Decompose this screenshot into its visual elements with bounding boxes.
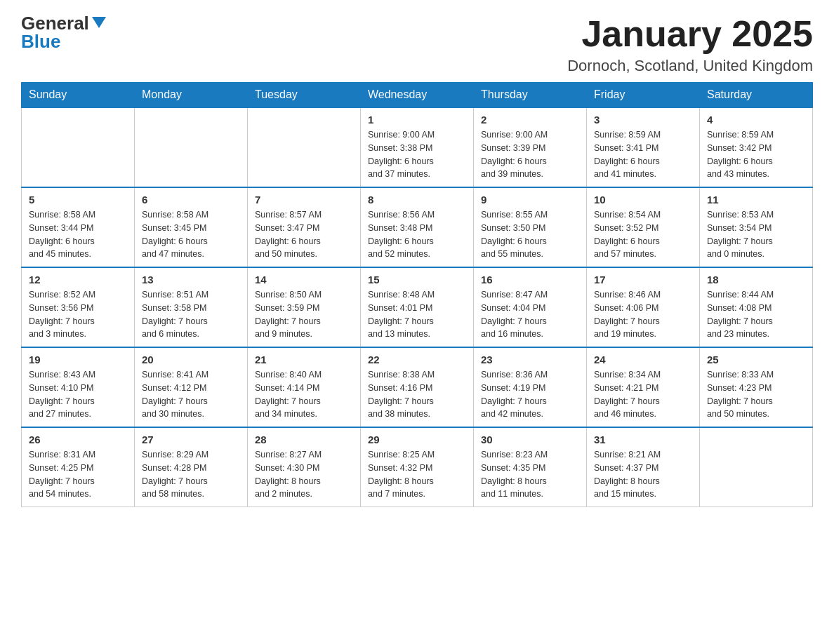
day-info: Sunrise: 8:33 AMSunset: 4:23 PMDaylight:… <box>707 368 805 421</box>
day-info: Sunrise: 8:38 AMSunset: 4:16 PMDaylight:… <box>368 368 466 421</box>
day-info: Sunrise: 9:00 AMSunset: 3:38 PMDaylight:… <box>368 128 466 181</box>
day-number: 22 <box>368 354 466 365</box>
day-info: Sunrise: 8:27 AMSunset: 4:30 PMDaylight:… <box>255 448 353 501</box>
logo-blue-text: Blue <box>21 32 60 51</box>
calendar-cell: 24Sunrise: 8:34 AMSunset: 4:21 PMDayligh… <box>587 347 700 427</box>
calendar-cell: 3Sunrise: 8:59 AMSunset: 3:41 PMDaylight… <box>587 107 700 187</box>
calendar-cell: 1Sunrise: 9:00 AMSunset: 3:38 PMDaylight… <box>361 107 474 187</box>
day-number: 28 <box>255 434 353 445</box>
calendar-cell: 4Sunrise: 8:59 AMSunset: 3:42 PMDaylight… <box>700 107 813 187</box>
day-number: 24 <box>594 354 692 365</box>
day-info: Sunrise: 8:57 AMSunset: 3:47 PMDaylight:… <box>255 208 353 261</box>
day-number: 26 <box>29 434 127 445</box>
day-info: Sunrise: 8:25 AMSunset: 4:32 PMDaylight:… <box>368 448 466 501</box>
day-info: Sunrise: 8:53 AMSunset: 3:54 PMDaylight:… <box>707 208 805 261</box>
calendar-cell: 20Sunrise: 8:41 AMSunset: 4:12 PMDayligh… <box>135 347 248 427</box>
logo: General Blue <box>21 14 106 51</box>
day-info: Sunrise: 8:56 AMSunset: 3:48 PMDaylight:… <box>368 208 466 261</box>
calendar-cell: 13Sunrise: 8:51 AMSunset: 3:58 PMDayligh… <box>135 267 248 347</box>
day-number: 31 <box>594 434 692 445</box>
day-number: 19 <box>29 354 127 365</box>
location-text: Dornoch, Scotland, United Kingdom <box>567 57 813 75</box>
week-row-5: 26Sunrise: 8:31 AMSunset: 4:25 PMDayligh… <box>22 427 813 507</box>
calendar-cell: 26Sunrise: 8:31 AMSunset: 4:25 PMDayligh… <box>22 427 135 507</box>
day-number: 21 <box>255 354 353 365</box>
day-info: Sunrise: 8:40 AMSunset: 4:14 PMDaylight:… <box>255 368 353 421</box>
calendar-cell: 7Sunrise: 8:57 AMSunset: 3:47 PMDaylight… <box>248 187 361 267</box>
day-info: Sunrise: 8:34 AMSunset: 4:21 PMDaylight:… <box>594 368 692 421</box>
day-info: Sunrise: 8:51 AMSunset: 3:58 PMDaylight:… <box>142 288 240 341</box>
title-section: January 2025 Dornoch, Scotland, United K… <box>567 14 813 75</box>
calendar-cell: 14Sunrise: 8:50 AMSunset: 3:59 PMDayligh… <box>248 267 361 347</box>
calendar-cell: 28Sunrise: 8:27 AMSunset: 4:30 PMDayligh… <box>248 427 361 507</box>
day-info: Sunrise: 8:48 AMSunset: 4:01 PMDaylight:… <box>368 288 466 341</box>
day-number: 8 <box>368 194 466 206</box>
logo-triangle-icon <box>92 17 106 28</box>
day-number: 12 <box>29 274 127 286</box>
day-info: Sunrise: 8:54 AMSunset: 3:52 PMDaylight:… <box>594 208 692 261</box>
week-row-3: 12Sunrise: 8:52 AMSunset: 3:56 PMDayligh… <box>22 267 813 347</box>
calendar-cell <box>700 427 813 507</box>
weekday-header-friday: Friday <box>587 83 700 108</box>
calendar-cell <box>22 107 135 187</box>
day-number: 29 <box>368 434 466 445</box>
day-info: Sunrise: 8:59 AMSunset: 3:41 PMDaylight:… <box>594 128 692 181</box>
day-number: 2 <box>481 114 579 126</box>
day-info: Sunrise: 8:55 AMSunset: 3:50 PMDaylight:… <box>481 208 579 261</box>
calendar-cell: 18Sunrise: 8:44 AMSunset: 4:08 PMDayligh… <box>700 267 813 347</box>
day-number: 11 <box>707 194 805 206</box>
weekday-header-thursday: Thursday <box>474 83 587 108</box>
day-number: 9 <box>481 194 579 206</box>
week-row-1: 1Sunrise: 9:00 AMSunset: 3:38 PMDaylight… <box>22 107 813 187</box>
day-number: 3 <box>594 114 692 126</box>
day-number: 10 <box>594 194 692 206</box>
calendar-cell: 5Sunrise: 8:58 AMSunset: 3:44 PMDaylight… <box>22 187 135 267</box>
day-number: 4 <box>707 114 805 126</box>
calendar-cell <box>248 107 361 187</box>
day-info: Sunrise: 8:21 AMSunset: 4:37 PMDaylight:… <box>594 448 692 501</box>
day-info: Sunrise: 8:58 AMSunset: 3:44 PMDaylight:… <box>29 208 127 261</box>
day-info: Sunrise: 8:44 AMSunset: 4:08 PMDaylight:… <box>707 288 805 341</box>
calendar-cell: 22Sunrise: 8:38 AMSunset: 4:16 PMDayligh… <box>361 347 474 427</box>
calendar-cell: 6Sunrise: 8:58 AMSunset: 3:45 PMDaylight… <box>135 187 248 267</box>
day-number: 16 <box>481 274 579 286</box>
weekday-header-wednesday: Wednesday <box>361 83 474 108</box>
week-row-4: 19Sunrise: 8:43 AMSunset: 4:10 PMDayligh… <box>22 347 813 427</box>
week-row-2: 5Sunrise: 8:58 AMSunset: 3:44 PMDaylight… <box>22 187 813 267</box>
day-number: 6 <box>142 194 240 206</box>
day-number: 27 <box>142 434 240 445</box>
day-info: Sunrise: 8:43 AMSunset: 4:10 PMDaylight:… <box>29 368 127 421</box>
calendar-table: SundayMondayTuesdayWednesdayThursdayFrid… <box>21 82 813 507</box>
calendar-cell: 11Sunrise: 8:53 AMSunset: 3:54 PMDayligh… <box>700 187 813 267</box>
day-number: 30 <box>481 434 579 445</box>
day-info: Sunrise: 8:47 AMSunset: 4:04 PMDaylight:… <box>481 288 579 341</box>
weekday-header-sunday: Sunday <box>22 83 135 108</box>
day-info: Sunrise: 8:52 AMSunset: 3:56 PMDaylight:… <box>29 288 127 341</box>
day-info: Sunrise: 8:41 AMSunset: 4:12 PMDaylight:… <box>142 368 240 421</box>
calendar-cell: 29Sunrise: 8:25 AMSunset: 4:32 PMDayligh… <box>361 427 474 507</box>
calendar-cell: 8Sunrise: 8:56 AMSunset: 3:48 PMDaylight… <box>361 187 474 267</box>
calendar-cell: 9Sunrise: 8:55 AMSunset: 3:50 PMDaylight… <box>474 187 587 267</box>
day-info: Sunrise: 8:31 AMSunset: 4:25 PMDaylight:… <box>29 448 127 501</box>
calendar-cell: 2Sunrise: 9:00 AMSunset: 3:39 PMDaylight… <box>474 107 587 187</box>
weekday-header-saturday: Saturday <box>700 83 813 108</box>
day-number: 13 <box>142 274 240 286</box>
day-number: 15 <box>368 274 466 286</box>
calendar-cell <box>135 107 248 187</box>
calendar-cell: 31Sunrise: 8:21 AMSunset: 4:37 PMDayligh… <box>587 427 700 507</box>
day-info: Sunrise: 8:36 AMSunset: 4:19 PMDaylight:… <box>481 368 579 421</box>
page-header: General Blue January 2025 Dornoch, Scotl… <box>21 14 813 75</box>
calendar-cell: 15Sunrise: 8:48 AMSunset: 4:01 PMDayligh… <box>361 267 474 347</box>
day-number: 5 <box>29 194 127 206</box>
weekday-header-monday: Monday <box>135 83 248 108</box>
day-number: 23 <box>481 354 579 365</box>
weekday-header-tuesday: Tuesday <box>248 83 361 108</box>
day-number: 25 <box>707 354 805 365</box>
day-info: Sunrise: 8:50 AMSunset: 3:59 PMDaylight:… <box>255 288 353 341</box>
calendar-cell: 30Sunrise: 8:23 AMSunset: 4:35 PMDayligh… <box>474 427 587 507</box>
month-title: January 2025 <box>567 14 813 54</box>
calendar-cell: 19Sunrise: 8:43 AMSunset: 4:10 PMDayligh… <box>22 347 135 427</box>
day-number: 14 <box>255 274 353 286</box>
day-number: 17 <box>594 274 692 286</box>
logo-general-text: General <box>21 14 89 32</box>
